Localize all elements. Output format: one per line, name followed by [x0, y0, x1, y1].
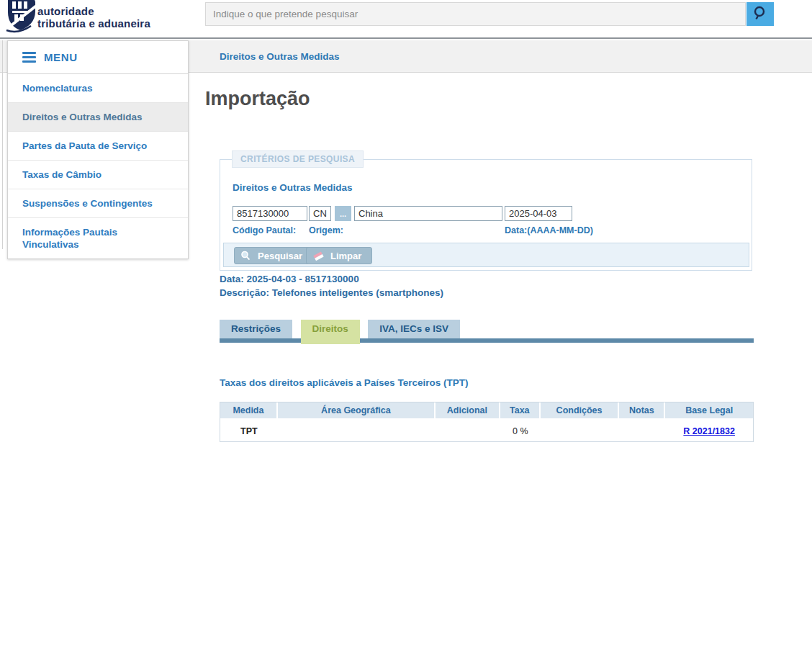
- limpar-button[interactable]: Limpar: [306, 247, 372, 264]
- site-search-input[interactable]: [205, 2, 746, 26]
- tab-iva-iecs-e-isv[interactable]: IVA, IECs e ISV: [368, 320, 460, 338]
- page: autoridade tributária e aduaneira Direit…: [0, 0, 812, 666]
- col-header-notas: Notas: [619, 402, 665, 420]
- result-descricao-line: Descrição: Telefones inteligentes (smart…: [220, 287, 443, 298]
- col-header-condicoes: Condições: [541, 402, 620, 420]
- col-header-taxa: Taxa: [500, 402, 541, 420]
- tpt-section-heading: Taxas dos direitos aplicáveis a Países T…: [220, 377, 468, 388]
- pesquisar-button[interactable]: Pesquisar: [234, 247, 313, 264]
- codigo-pautal-input[interactable]: [233, 206, 307, 221]
- data-label: Data:(AAAA-MM-DD): [505, 225, 593, 235]
- origem-input[interactable]: [309, 206, 331, 221]
- cell-notas: [619, 420, 665, 441]
- base-legal-link[interactable]: R 2021/1832: [683, 426, 735, 436]
- fieldset-legend: CRITÉRIOS DE PESQUISA: [232, 150, 364, 168]
- eraser-icon: [312, 251, 324, 261]
- col-header-area-geografica: Área Geográfica: [278, 402, 436, 420]
- cell-adicional: [436, 420, 500, 441]
- cell-medida: TPT: [220, 420, 278, 441]
- col-header-adicional: Adicional: [436, 402, 500, 420]
- result-tabs: Restrições Direitos IVA, IECs e ISV: [220, 320, 465, 344]
- breadcrumb: Direitos e Outras Medidas: [220, 51, 340, 62]
- sidebar-item-nomenclaturas[interactable]: Nomenclaturas: [8, 74, 188, 103]
- tab-restricoes[interactable]: Restrições: [220, 320, 292, 338]
- logo-line2: tributária e aduaneira: [37, 17, 150, 30]
- at-logo-icon: [6, 0, 37, 36]
- menu-toggle[interactable]: MENU: [8, 41, 188, 74]
- origem-nome-input[interactable]: [354, 206, 502, 221]
- origem-lookup-button[interactable]: ...: [335, 206, 351, 221]
- cell-base-legal: R 2021/1832: [665, 420, 753, 441]
- magnifier-icon: [752, 5, 768, 23]
- tab-direitos[interactable]: Direitos: [301, 320, 360, 344]
- limpar-label: Limpar: [330, 251, 361, 261]
- logo-wordmark: autoridade tributária e aduaneira: [37, 5, 150, 30]
- hamburger-icon: [22, 52, 36, 63]
- criteria-section-label: Direitos e Outras Medidas: [233, 182, 353, 193]
- sidebar-item-direitos-e-outras-medidas[interactable]: Direitos e Outras Medidas: [8, 103, 188, 132]
- codigo-pautal-label: Código Pautal:: [233, 225, 296, 235]
- col-header-medida: Medida: [220, 402, 278, 420]
- page-title: Importação: [205, 88, 310, 110]
- sidebar-item-informacoes-pautais-vinculativas[interactable]: Informações Pautais Vinculativas: [8, 218, 188, 258]
- left-edge-divider: [2, 40, 3, 249]
- site-search-button[interactable]: [746, 2, 774, 26]
- table-row: TPT 0 % R 2021/1832: [220, 420, 753, 441]
- pesquisar-label: Pesquisar: [258, 251, 302, 261]
- form-buttons-band: Pesquisar Limpar: [223, 243, 749, 267]
- logo-line1: autoridade: [37, 5, 150, 17]
- sidebar-menu: MENU Nomenclaturas Direitos e Outras Med…: [7, 40, 189, 259]
- table-header-row: Medida Área Geográfica Adicional Taxa Co…: [220, 402, 753, 420]
- tpt-table: Medida Área Geográfica Adicional Taxa Co…: [220, 402, 754, 442]
- data-input[interactable]: [505, 206, 572, 221]
- cell-area-geografica: [278, 420, 436, 441]
- sidebar-item-taxas-de-cambio[interactable]: Taxas de Câmbio: [8, 161, 188, 189]
- magnifier-icon: [240, 251, 251, 261]
- sidebar-item-partes-da-pauta-de-servico[interactable]: Partes da Pauta de Serviço: [8, 132, 188, 161]
- sidebar-item-suspensoes-e-contingentes[interactable]: Suspensões e Contingentes: [8, 189, 188, 218]
- col-header-base-legal: Base Legal: [665, 402, 753, 420]
- top-header: autoridade tributária e aduaneira: [0, 0, 812, 39]
- cell-condicoes: [541, 420, 620, 441]
- menu-label: MENU: [44, 51, 78, 63]
- origem-label: Origem:: [309, 225, 343, 235]
- result-data-line: Data: 2025-04-03 - 8517130000: [220, 274, 359, 284]
- search-criteria-fieldset: CRITÉRIOS DE PESQUISA Direitos e Outras …: [220, 159, 752, 271]
- cell-taxa: 0 %: [500, 420, 541, 441]
